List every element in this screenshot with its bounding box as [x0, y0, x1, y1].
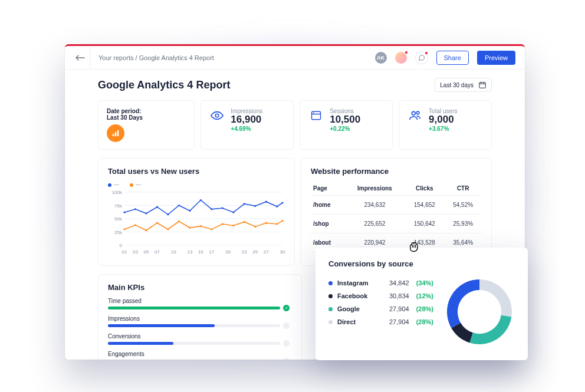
svg-point-49 — [134, 224, 136, 226]
table-row[interactable]: /shop225,652150,64225,93% — [311, 215, 482, 233]
kpi-bar-track — [108, 342, 280, 345]
main-kpis-panel: Main KPIs Time passedImpressionsConversi… — [98, 274, 302, 360]
line-chart-legend: —— — [108, 182, 285, 187]
svg-point-33 — [134, 208, 136, 210]
svg-text:20: 20 — [225, 249, 231, 255]
breadcrumb[interactable]: Your reports / Google Analytics 4 Report — [98, 54, 214, 61]
table-header: Clicks — [405, 182, 444, 196]
kpi-bar-label: Engagements — [108, 351, 280, 357]
arrow-left-icon — [75, 55, 85, 61]
back-button[interactable] — [71, 46, 90, 69]
svg-point-6 — [313, 113, 314, 114]
svg-point-42 — [232, 212, 234, 213]
kpi-bar-fill — [108, 342, 173, 345]
table-header: Impressions — [345, 182, 405, 196]
kpi-value: 9,000 — [429, 114, 457, 126]
svg-point-39 — [200, 199, 202, 201]
kpi-bars: Time passedImpressionsConversionsEngagem… — [108, 298, 292, 360]
line-chart-panel: Total users vs New users —— 025k50k75k10… — [98, 158, 295, 266]
svg-point-55 — [200, 225, 202, 227]
svg-text:13: 13 — [187, 249, 192, 255]
svg-text:25k: 25k — [114, 230, 123, 235]
svg-point-37 — [178, 205, 180, 206]
kpi-card-impressions: Impressions16,900+4.69% — [201, 100, 294, 150]
svg-text:27: 27 — [264, 249, 269, 255]
conversions-title: Conversions by source — [328, 259, 515, 268]
svg-point-63 — [281, 220, 283, 222]
avatar-initials: AK — [377, 55, 384, 61]
legend-swatch-icon — [328, 307, 333, 311]
svg-text:07: 07 — [155, 249, 160, 255]
svg-point-38 — [189, 210, 190, 212]
share-button[interactable]: Share — [436, 51, 469, 65]
conversion-item: Facebook30,834(12%) — [328, 289, 433, 302]
kpi-bar-conversions: Conversions — [108, 333, 280, 345]
donut-slice-google — [471, 316, 506, 339]
conversion-pct: (28%) — [416, 318, 433, 325]
comments-button[interactable] — [415, 51, 428, 64]
svg-point-56 — [211, 228, 212, 230]
svg-text:75k: 75k — [114, 203, 123, 209]
conversions-list: Instagram34,842(34%)Facebook30,834(12%)G… — [328, 276, 433, 328]
legend-swatch-icon — [328, 281, 333, 285]
legend-swatch-icon — [328, 320, 333, 324]
kpi-bar-time-passed: Time passed — [108, 298, 280, 309]
avatar-user-1[interactable]: AK — [375, 52, 387, 64]
svg-rect-5 — [312, 111, 321, 119]
svg-text:01: 01 — [122, 249, 127, 255]
kpi-incomplete-icon — [283, 358, 290, 360]
conversion-item: Direct27,904(28%) — [328, 315, 433, 328]
kpi-bar-engagements: Engagements — [108, 351, 280, 360]
svg-rect-0 — [479, 83, 486, 88]
svg-point-8 — [416, 111, 419, 114]
svg-point-57 — [222, 223, 224, 225]
svg-point-53 — [178, 220, 180, 222]
table-row[interactable]: /home234,632154,65254,52% — [311, 196, 482, 215]
svg-text:05: 05 — [144, 249, 149, 255]
conversion-name: Google — [337, 305, 379, 312]
svg-point-40 — [211, 208, 212, 210]
conversion-name: Direct — [337, 318, 379, 325]
kpi-delta: +4.69% — [231, 126, 262, 132]
svg-point-51 — [156, 222, 158, 224]
main-kpis-title: Main KPIs — [108, 283, 292, 292]
svg-point-48 — [123, 228, 125, 230]
svg-text:25: 25 — [252, 249, 258, 255]
conversion-value: 34,842 — [389, 279, 409, 286]
svg-point-43 — [244, 203, 245, 205]
svg-point-35 — [156, 206, 158, 208]
avatar-user-2[interactable] — [395, 52, 407, 64]
eye-icon — [209, 108, 225, 123]
ga4-logo-icon — [107, 124, 124, 142]
svg-point-58 — [232, 225, 234, 226]
svg-point-50 — [145, 229, 147, 231]
date-period-value: Last 30 Days — [107, 114, 186, 121]
svg-text:0: 0 — [120, 243, 123, 248]
conversion-pct: (12%) — [416, 292, 433, 299]
date-range-picker[interactable]: Last 30 days — [435, 78, 492, 92]
legend-item: — — [130, 182, 141, 187]
conversion-pct: (34%) — [416, 279, 433, 286]
kpi-complete-icon — [283, 305, 290, 311]
conversion-pct: (28%) — [416, 305, 433, 312]
donut-slice-direct — [479, 285, 507, 316]
donut-slice-instagram — [452, 285, 479, 325]
conversion-value: 30,834 — [389, 292, 409, 299]
svg-point-34 — [145, 212, 147, 214]
svg-text:03: 03 — [133, 249, 138, 255]
donut-slice-facebook — [456, 325, 471, 338]
kpi-bar-track — [108, 307, 280, 309]
conversion-name: Instagram — [337, 279, 379, 286]
line-chart: 025k50k75k100k01030507101315172023252730 — [108, 190, 285, 255]
svg-point-41 — [222, 207, 224, 209]
conversions-panel[interactable]: Conversions by source Instagram34,842(34… — [315, 248, 528, 360]
svg-text:100k: 100k — [112, 190, 123, 195]
perf-title: Website performance — [311, 167, 482, 176]
preview-button[interactable]: Preview — [477, 51, 515, 65]
window-icon — [308, 108, 324, 123]
conversion-item: Instagram34,842(34%) — [328, 276, 433, 289]
table-header: CTR — [444, 182, 482, 196]
users-icon — [407, 108, 423, 123]
date-range-label: Last 30 days — [440, 82, 474, 88]
legend-swatch-icon — [328, 294, 333, 298]
